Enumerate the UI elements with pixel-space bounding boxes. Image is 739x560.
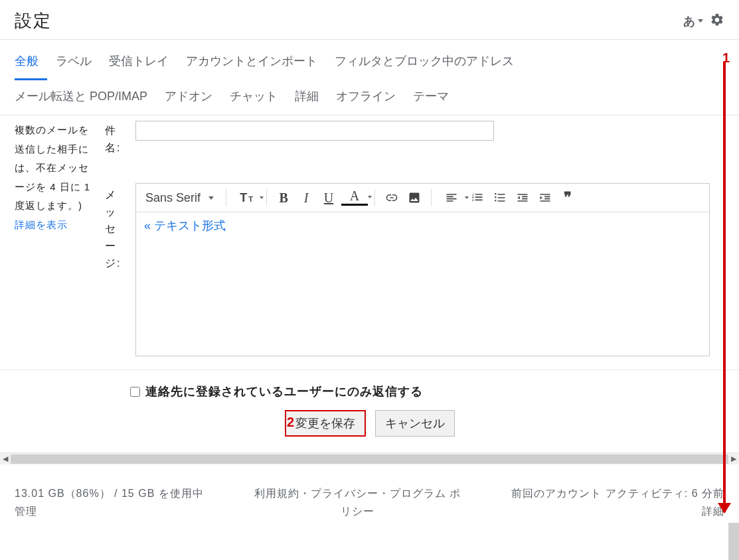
- indent-button[interactable]: [535, 188, 555, 208]
- text-color-button[interactable]: A: [341, 190, 368, 206]
- tab-1-4[interactable]: フィルタとブロック中のアドレス: [326, 49, 523, 80]
- footer-policies-link-2[interactable]: リシー: [204, 502, 512, 520]
- chevron-down-icon: [698, 19, 703, 23]
- numbered-list-icon: [471, 191, 484, 204]
- tab-1-1[interactable]: ラベル: [47, 49, 100, 80]
- editor-toolbar: Sans Serif TT B I U A: [136, 184, 709, 212]
- tab-2-0[interactable]: メール転送と POP/IMAP: [15, 84, 156, 111]
- plain-text-link[interactable]: テキスト形式: [136, 212, 709, 236]
- scrollbar-track[interactable]: [11, 455, 728, 464]
- horizontal-scrollbar[interactable]: ◀ ▶: [0, 453, 739, 464]
- quote-icon: ❞: [564, 189, 572, 206]
- gear-icon[interactable]: [710, 13, 724, 29]
- bulleted-list-button[interactable]: [490, 188, 510, 208]
- subject-label: 件名:: [105, 122, 127, 156]
- chevron-down-icon: [368, 196, 372, 198]
- tab-1-0[interactable]: 全般: [15, 49, 47, 80]
- save-button[interactable]: 変更を保存: [285, 410, 366, 437]
- tab-2-3[interactable]: 詳細: [286, 84, 327, 111]
- page-title: 設定: [15, 9, 52, 33]
- chevron-down-icon: [208, 196, 214, 200]
- language-label: あ: [683, 13, 695, 29]
- activity-details-link[interactable]: 詳細: [511, 502, 724, 520]
- italic-button[interactable]: I: [296, 188, 316, 208]
- cancel-button[interactable]: キャンセル: [375, 410, 455, 437]
- numbered-list-button[interactable]: [467, 188, 487, 208]
- subject-input[interactable]: [135, 121, 494, 141]
- chevron-down-icon: [260, 196, 264, 199]
- scroll-right-icon[interactable]: ▶: [728, 455, 739, 463]
- outdent-button[interactable]: [513, 188, 533, 208]
- message-label: メッセージ:: [105, 186, 127, 271]
- insert-link-button[interactable]: [382, 188, 402, 208]
- separator: [226, 189, 226, 206]
- input-language-switch[interactable]: あ: [683, 13, 703, 29]
- contacts-only-checkbox[interactable]: [130, 387, 140, 397]
- tab-2-1[interactable]: アドオン: [156, 84, 221, 111]
- font-size-icon: TT: [240, 191, 253, 205]
- separator: [431, 189, 432, 206]
- link-icon: [385, 191, 398, 204]
- tab-1-2[interactable]: 受信トレイ: [100, 49, 177, 80]
- tab-1-3[interactable]: アカウントとインポート: [177, 49, 326, 80]
- indent-icon: [538, 191, 552, 204]
- font-family-select[interactable]: Sans Serif: [143, 191, 219, 205]
- align-button[interactable]: [438, 188, 465, 208]
- font-size-button[interactable]: TT: [233, 188, 260, 208]
- blockquote-button[interactable]: ❞: [558, 188, 578, 208]
- tab-2-4[interactable]: オフライン: [327, 84, 404, 111]
- contacts-only-label: 連絡先に登録されているユーザーにのみ返信する: [145, 384, 423, 399]
- settings-tabs: 全般ラベル受信トレイアカウントとインポートフィルタとブロック中のアドレス メール…: [0, 40, 739, 115]
- message-body-input[interactable]: [136, 236, 709, 356]
- separator: [374, 189, 375, 206]
- align-left-icon: [445, 191, 458, 204]
- annotation-arrow: [723, 62, 726, 512]
- font-family-label: Sans Serif: [145, 191, 201, 205]
- storage-usage-text: 13.01 GB（86%） / 15 GB を使用中: [15, 484, 204, 502]
- bulleted-list-icon: [493, 191, 507, 204]
- image-icon: [408, 191, 421, 204]
- tab-2-5[interactable]: テーマ: [404, 84, 457, 111]
- insert-image-button[interactable]: [404, 188, 424, 208]
- underline-button[interactable]: U: [319, 188, 339, 208]
- tab-2-2[interactable]: チャット: [221, 84, 286, 111]
- learn-more-link[interactable]: 詳細を表示: [15, 216, 94, 235]
- annotation-2: 2: [287, 415, 294, 430]
- separator: [266, 189, 267, 206]
- vacation-note: 複数のメールを送信した相手には、不在メッセージを 4 日に 1 度返します。): [15, 121, 94, 216]
- vertical-scrollbar[interactable]: [728, 523, 739, 560]
- storage-manage-link[interactable]: 管理: [15, 502, 204, 520]
- rich-text-editor: Sans Serif TT B I U A: [135, 183, 710, 356]
- outdent-icon: [516, 191, 529, 204]
- scroll-left-icon[interactable]: ◀: [0, 455, 11, 463]
- last-activity-text: 前回のアカウント アクティビティ: 6 分前: [511, 484, 724, 502]
- footer-policies-link[interactable]: 利用規約・プライバシー・プログラム ポ: [204, 484, 512, 502]
- bold-button[interactable]: B: [274, 188, 293, 208]
